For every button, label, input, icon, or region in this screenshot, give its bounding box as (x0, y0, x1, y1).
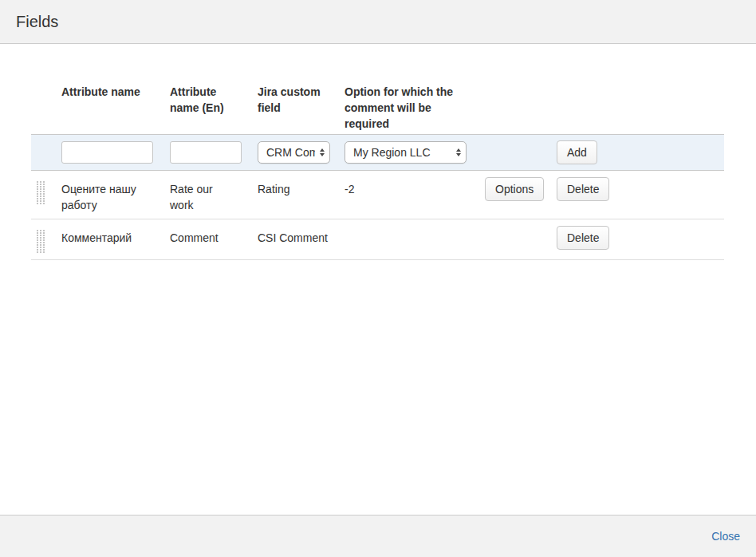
drag-handle-icon[interactable] (37, 181, 46, 205)
actions-cell: Delete (557, 230, 724, 254)
options-button[interactable]: Options (485, 177, 544, 201)
row-handle-cell (31, 181, 61, 213)
column-header-attribute-name: Attribute name (61, 84, 170, 134)
delete-button[interactable]: Delete (557, 226, 609, 250)
add-button[interactable]: Add (557, 140, 597, 164)
attribute-name-en-input[interactable] (170, 141, 242, 164)
jira-custom-field-cell: Rating (258, 181, 345, 213)
new-row-attribute-name-cell (61, 141, 170, 164)
column-header-options (485, 84, 557, 134)
jira-custom-field-selected-value: CRM Com (266, 146, 315, 159)
column-header-option-required: Option for which the comment will be req… (345, 84, 485, 134)
dialog-header: Fields (0, 0, 756, 44)
row-handle-cell (31, 230, 61, 254)
attribute-name-cell: Комментарий (61, 230, 170, 254)
handle-column-header (31, 84, 61, 134)
option-select[interactable]: My Region LLC (345, 141, 467, 164)
column-header-actions (557, 84, 724, 134)
table-header-row: Attribute name Attribute name (En) Jira … (31, 84, 724, 134)
attribute-name-cell: Оцените нашу работу (61, 181, 170, 213)
dialog-title: Fields (16, 13, 58, 31)
close-link[interactable]: Close (711, 530, 740, 543)
option-cell: -2 (345, 181, 485, 213)
drag-handle-icon[interactable] (37, 230, 46, 254)
attribute-name-en-cell: Rate our work (170, 181, 258, 213)
attribute-name-input[interactable] (61, 141, 153, 164)
option-cell (345, 230, 485, 254)
new-field-row: CRM Com My Region LLC (31, 134, 724, 171)
option-selected-value: My Region LLC (353, 146, 431, 159)
column-header-jira-custom-field: Jira custom field (258, 84, 345, 134)
fields-dialog: Fields Attribute name Attribute name (En… (0, 0, 756, 557)
options-cell (485, 230, 557, 254)
new-row-jira-custom-field-cell: CRM Com (258, 141, 345, 164)
dialog-body: Attribute name Attribute name (En) Jira … (0, 44, 756, 515)
new-row-option-cell: My Region LLC (345, 141, 485, 164)
select-arrows-icon (320, 148, 325, 156)
attribute-name-en-cell: Comment (170, 230, 258, 254)
fields-table: Attribute name Attribute name (En) Jira … (31, 84, 724, 260)
field-row: Комментарий Comment CSI Comment Delete (31, 219, 724, 260)
new-row-actions-cell: Add (557, 140, 724, 164)
new-row-attribute-name-en-cell (170, 141, 258, 164)
select-arrows-icon (456, 148, 461, 156)
dialog-footer: Close (0, 515, 756, 557)
column-header-attribute-name-en: Attribute name (En) (170, 84, 258, 134)
jira-custom-field-select[interactable]: CRM Com (258, 141, 330, 164)
jira-custom-field-cell: CSI Comment (258, 230, 345, 254)
delete-button[interactable]: Delete (557, 177, 609, 201)
actions-cell: Delete (557, 181, 724, 213)
field-row: Оцените нашу работу Rate our work Rating… (31, 171, 724, 219)
options-cell: Options (485, 181, 557, 213)
